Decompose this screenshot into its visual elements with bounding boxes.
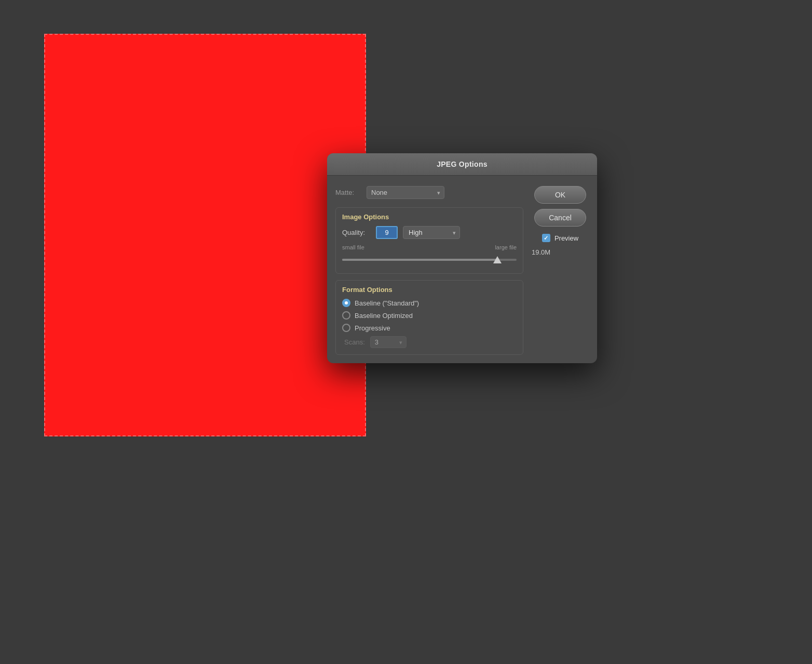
quality-slider-fill xyxy=(342,259,499,261)
radio-progressive-row[interactable]: Progressive xyxy=(342,324,517,332)
quality-input[interactable] xyxy=(376,226,398,239)
preview-row: ✓ Preview xyxy=(542,234,578,242)
dialog-titlebar: JPEG Options xyxy=(327,153,597,176)
jpeg-options-dialog: JPEG Options Matte: None White Black Bac… xyxy=(327,153,597,363)
ok-button[interactable]: OK xyxy=(534,186,586,204)
matte-label: Matte: xyxy=(335,189,361,196)
preview-checkbox[interactable]: ✓ xyxy=(542,234,550,242)
radio-baseline-optimized-row[interactable]: Baseline Optimized xyxy=(342,311,517,320)
radio-baseline-standard-label: Baseline ("Standard") xyxy=(355,299,419,307)
image-options-section: Image Options Quality: Low Medium High M… xyxy=(335,207,523,274)
radio-baseline-standard-row[interactable]: Baseline ("Standard") xyxy=(342,299,517,307)
quality-slider-thumb[interactable] xyxy=(493,256,502,263)
dialog-left-panel: Matte: None White Black Background Foreg… xyxy=(335,184,523,355)
scans-select[interactable]: 3 4 5 xyxy=(370,336,407,348)
quality-preset-wrapper[interactable]: Low Medium High Maximum xyxy=(403,226,460,239)
small-file-label: small file xyxy=(342,244,364,250)
quality-label: Quality: xyxy=(342,229,371,236)
radio-baseline-standard[interactable] xyxy=(342,299,350,307)
matte-row: Matte: None White Black Background Foreg… xyxy=(335,184,523,201)
quality-slider-container[interactable] xyxy=(342,253,517,267)
file-size-labels: small file large file xyxy=(342,244,517,250)
file-size-display: 19.0M xyxy=(532,248,550,256)
radio-progressive[interactable] xyxy=(342,324,350,332)
format-options-title: Format Options xyxy=(342,286,517,294)
radio-progressive-label: Progressive xyxy=(355,324,390,332)
canvas-document xyxy=(44,34,366,436)
dialog-right-panel: OK Cancel ✓ Preview 19.0M xyxy=(532,184,589,355)
cancel-button[interactable]: Cancel xyxy=(534,209,586,227)
quality-preset-select[interactable]: Low Medium High Maximum xyxy=(403,226,460,239)
matte-select[interactable]: None White Black Background Foreground xyxy=(367,186,444,199)
preview-label: Preview xyxy=(554,234,578,242)
matte-select-wrapper[interactable]: None White Black Background Foreground xyxy=(367,186,444,199)
dialog-body: Matte: None White Black Background Foreg… xyxy=(327,176,597,363)
image-options-title: Image Options xyxy=(342,213,517,221)
format-options-section: Format Options Baseline ("Standard") Bas… xyxy=(335,280,523,355)
scans-select-wrapper[interactable]: 3 4 5 xyxy=(370,336,407,348)
quality-row: Quality: Low Medium High Maximum xyxy=(342,226,517,239)
checkbox-check-icon: ✓ xyxy=(544,235,548,241)
radio-baseline-optimized-label: Baseline Optimized xyxy=(355,312,413,320)
scans-row: Scans: 3 4 5 xyxy=(342,336,517,348)
radio-baseline-optimized[interactable] xyxy=(342,311,350,320)
quality-slider-track xyxy=(342,259,517,261)
large-file-label: large file xyxy=(495,244,517,250)
dialog-title: JPEG Options xyxy=(437,160,488,168)
scans-label: Scans: xyxy=(344,338,365,346)
